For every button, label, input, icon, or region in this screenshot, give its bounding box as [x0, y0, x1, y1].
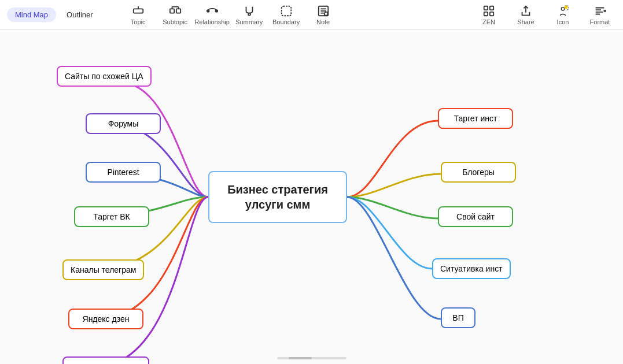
node-l6[interactable]: Яндекс дзен	[68, 309, 143, 329]
node-r2-text: Блогеры	[462, 168, 495, 177]
format-label: Format	[590, 18, 610, 25]
svg-rect-9	[248, 13, 250, 15]
scrollbar[interactable]	[277, 357, 346, 359]
note-label: Note	[316, 18, 330, 25]
relationship-tool[interactable]: Relationship	[194, 2, 231, 28]
summary-label: Summary	[235, 18, 263, 25]
zen-label: ZEN	[482, 18, 495, 25]
summary-tool[interactable]: Summary	[231, 2, 268, 28]
topic-label: Topic	[131, 18, 146, 25]
node-l4[interactable]: Таргет ВК	[74, 206, 149, 227]
toolbar-items: Topic Subtopic Relationship Summary Boun…	[120, 2, 473, 28]
zen-tool[interactable]: ZEN	[473, 2, 505, 28]
toolbar: Mind Map Outliner Topic Subtopic Relatio…	[0, 0, 623, 30]
node-l2[interactable]: Форумы	[86, 113, 161, 134]
toolbar-right: ZEN Share Icon Format	[473, 2, 616, 28]
tab-mindmap[interactable]: Mind Map	[7, 8, 56, 22]
node-l4-text: Таргет ВК	[93, 212, 130, 221]
svg-rect-16	[490, 6, 493, 9]
svg-rect-18	[490, 12, 493, 15]
node-l1-text: Сайты по схожей ЦА	[65, 72, 143, 81]
node-l1[interactable]: Сайты по схожей ЦА	[57, 66, 152, 87]
boundary-label: Boundary	[272, 18, 300, 25]
format-tool[interactable]: Format	[584, 2, 616, 28]
icon-label: Icon	[557, 18, 569, 25]
tab-outliner[interactable]: Outliner	[58, 8, 101, 22]
node-l7[interactable]: СЕО Яндекс и гугл	[62, 356, 149, 364]
svg-rect-2	[169, 9, 174, 13]
share-tool[interactable]: Share	[510, 2, 542, 28]
tab-group: Mind Map Outliner	[7, 8, 101, 22]
relationship-label: Relationship	[194, 18, 230, 25]
node-r4-text: Ситуативка инст	[440, 264, 503, 273]
share-label: Share	[517, 18, 534, 25]
node-l5-text: Каналы телеграм	[71, 265, 136, 274]
node-l5[interactable]: Каналы телеграм	[62, 259, 144, 280]
node-r4[interactable]: Ситуативка инст	[432, 258, 511, 279]
svg-rect-0	[133, 9, 143, 13]
subtopic-label: Subtopic	[163, 18, 187, 25]
node-r3[interactable]: Свой сайт	[438, 206, 513, 227]
node-r1-text: Таргет инст	[454, 114, 497, 123]
subtopic-tool[interactable]: Subtopic	[157, 2, 194, 28]
topic-tool[interactable]: Topic	[120, 2, 157, 28]
svg-rect-17	[484, 12, 488, 15]
svg-point-8	[215, 10, 218, 12]
node-l2-text: Форумы	[108, 119, 139, 128]
node-r5-text: ВП	[452, 313, 463, 322]
node-r1[interactable]: Таргет инст	[438, 108, 513, 129]
node-l6-text: Яндекс дзен	[83, 314, 130, 324]
svg-point-20	[565, 6, 567, 9]
node-r5[interactable]: ВП	[441, 307, 475, 328]
svg-point-7	[207, 10, 209, 12]
canvas[interactable]: Бизнес стратегия улсуги смм Сайты по схо…	[0, 30, 623, 364]
icon-tool[interactable]: Icon	[547, 2, 579, 28]
svg-rect-3	[176, 9, 180, 13]
svg-rect-10	[281, 6, 291, 16]
svg-point-19	[561, 7, 565, 10]
node-r3-text: Свой сайт	[456, 212, 495, 221]
center-node-text: Бизнес стратегия улсуги смм	[216, 182, 339, 212]
node-l3[interactable]: Pinterest	[86, 162, 161, 183]
center-node[interactable]: Бизнес стратегия улсуги смм	[208, 171, 347, 223]
note-tool[interactable]: Note	[305, 2, 342, 28]
boundary-tool[interactable]: Boundary	[268, 2, 305, 28]
svg-rect-15	[484, 6, 488, 9]
node-r2[interactable]: Блогеры	[441, 162, 516, 183]
node-l3-text: Pinterest	[107, 168, 139, 177]
